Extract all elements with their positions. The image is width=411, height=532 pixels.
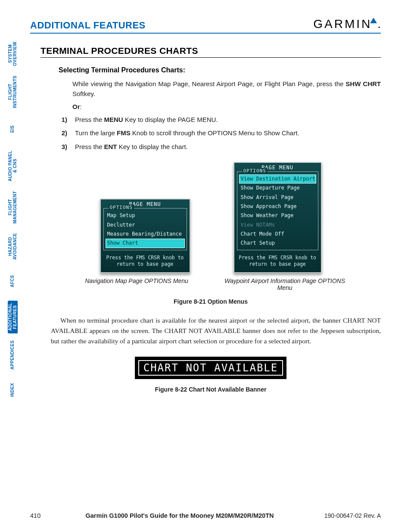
menu-hint: Press the FMS CRSR knob toreturn to base… bbox=[234, 252, 321, 269]
menu-item-selected[interactable]: Show Chart bbox=[106, 239, 185, 248]
tab-audio-panel-cns[interactable]: AUDIO PANEL& CNS bbox=[8, 148, 18, 184]
chart-not-available-banner: CHART NOT AVAILABLE bbox=[135, 357, 287, 379]
page-footer: 410 Garmin G1000 Pilot's Guide for the M… bbox=[30, 512, 381, 519]
logo-triangle-icon bbox=[370, 18, 377, 23]
tab-additional-features[interactable]: ADDITIONALFEATURES bbox=[8, 301, 18, 333]
section-title: ADDITIONAL FEATURES bbox=[30, 20, 146, 31]
garmin-logo: GARMIN . bbox=[313, 17, 381, 31]
page-header: ADDITIONAL FEATURES GARMIN . bbox=[30, 17, 381, 34]
menu-item[interactable]: Map Setup bbox=[106, 211, 185, 220]
page-number: 410 bbox=[30, 512, 56, 519]
menu-item[interactable]: Measure Bearing/Distance bbox=[106, 230, 185, 239]
main-content: TERMINAL PROCEDURES CHARTS Selecting Ter… bbox=[40, 46, 381, 393]
menu-captions: Navigation Map Page OPTIONS Menu Waypoin… bbox=[40, 277, 381, 291]
intro-paragraph: While viewing the Navigation Map Page, N… bbox=[72, 79, 381, 99]
waypoint-airport-options-menu: PAGE MENU OPTIONS View Destination Airpo… bbox=[234, 162, 322, 273]
footer-title: Garmin G1000 Pilot's Guide for the Moone… bbox=[56, 512, 303, 519]
steps-list: 1) Press the MENU Key to display the PAG… bbox=[59, 115, 381, 152]
subheading-selecting: Selecting Terminal Procedures Charts: bbox=[59, 66, 381, 74]
step-1: 1) Press the MENU Key to display the PAG… bbox=[59, 115, 381, 124]
menu-item[interactable]: Chart Setup bbox=[239, 239, 316, 248]
tab-flight-instruments[interactable]: FLIGHTINSTRUMENTS bbox=[8, 74, 18, 109]
tab-hazard-avoidance[interactable]: HAZARDAVOIDANCE bbox=[8, 231, 18, 262]
footer-revision: 190-00647-02 Rev. A bbox=[303, 512, 381, 519]
tab-system-overview[interactable]: SYSTEMOVERVIEW bbox=[8, 40, 18, 68]
tab-afcs[interactable]: AFCS bbox=[8, 268, 18, 295]
paragraph-chart-not-available: When no terminal procedure chart is avai… bbox=[51, 315, 381, 346]
banner-wrap: CHART NOT AVAILABLE bbox=[40, 357, 381, 379]
figure-8-21-label: Figure 8-21 Option Menus bbox=[40, 298, 381, 305]
caption-right: Waypoint Airport Information Page OPTION… bbox=[220, 277, 349, 291]
menu-item-disabled: View NOTAMs bbox=[239, 221, 316, 230]
menu-item[interactable]: Show Approach Page bbox=[239, 202, 316, 211]
step-2: 2) Turn the large FMS Knob to scroll thr… bbox=[59, 128, 381, 138]
nav-map-options-menu: PAGE MENU OPTIONS Map Setup Declutter Me… bbox=[100, 199, 190, 273]
sidebar-tabs: SYSTEMOVERVIEW FLIGHTINSTRUMENTS EIS AUD… bbox=[8, 40, 18, 403]
menu-item[interactable]: Show Arrival Page bbox=[239, 193, 316, 202]
or-line: Or: bbox=[72, 103, 381, 110]
tab-eis[interactable]: EIS bbox=[8, 115, 18, 142]
menu-item-selected[interactable]: View Destination Airport bbox=[239, 174, 316, 184]
figure-8-22-label: Figure 8-22 Chart Not Available Banner bbox=[40, 386, 381, 393]
menu-item[interactable]: Show Weather Page bbox=[239, 211, 316, 220]
menu-item[interactable]: Show Departure Page bbox=[239, 184, 316, 193]
menu-item[interactable]: Chart Mode Off bbox=[239, 230, 316, 239]
caption-left: Navigation Map Page OPTIONS Menu bbox=[72, 277, 201, 291]
tab-index[interactable]: INDEX bbox=[8, 376, 18, 403]
step-3: 3) Press the ENT Key to display the char… bbox=[59, 142, 381, 152]
option-menus-row: PAGE MENU OPTIONS Map Setup Declutter Me… bbox=[40, 162, 381, 273]
tab-flight-management[interactable]: FLIGHTMANAGEMENT bbox=[8, 190, 18, 225]
menu-hint: Press the FMS CRSR knob toreturn to base… bbox=[101, 252, 190, 269]
heading-terminal-procedures: TERMINAL PROCEDURES CHARTS bbox=[40, 46, 381, 58]
tab-appendices[interactable]: APPENDICES bbox=[8, 339, 18, 370]
menu-item[interactable]: Declutter bbox=[106, 221, 185, 230]
